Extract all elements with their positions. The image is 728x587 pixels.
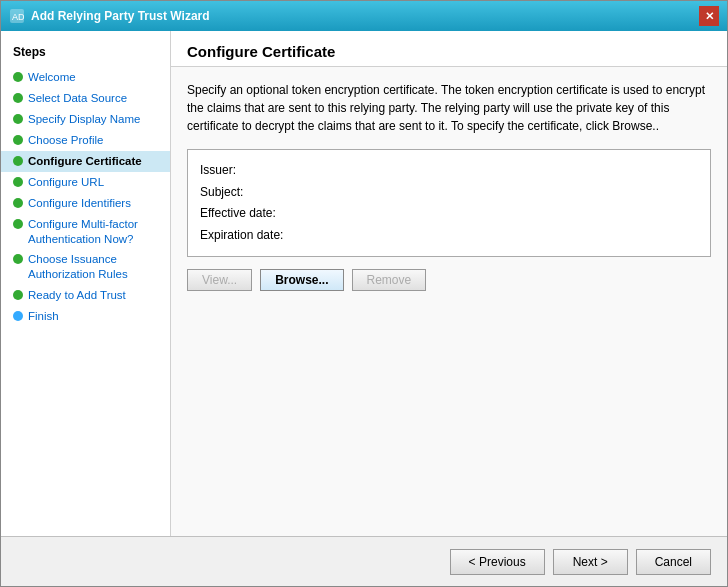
page-title: Configure Certificate [187, 43, 711, 60]
dot-icon [13, 219, 23, 229]
footer: < Previous Next > Cancel [1, 536, 727, 586]
certificate-button-row: View... Browse... Remove [187, 269, 711, 291]
issuer-label: Issuer: [200, 160, 300, 182]
next-button[interactable]: Next > [553, 549, 628, 575]
sidebar-item-label: Finish [28, 309, 59, 324]
dot-icon [13, 177, 23, 187]
sidebar-item-label: Configure URL [28, 175, 104, 190]
dot-icon [13, 72, 23, 82]
sidebar-item-label: Choose Issuance Authorization Rules [28, 252, 158, 282]
sidebar-item-label: Configure Certificate [28, 154, 142, 169]
sidebar-item-ready-to-add[interactable]: Ready to Add Trust [1, 285, 170, 306]
view-button[interactable]: View... [187, 269, 252, 291]
svg-text:AD: AD [12, 12, 25, 22]
main-panel: Configure Certificate Specify an optiona… [171, 31, 727, 536]
sidebar-item-configure-certificate[interactable]: Configure Certificate [1, 151, 170, 172]
sidebar-item-label: Welcome [28, 70, 76, 85]
dot-icon [13, 198, 23, 208]
close-button[interactable]: ✕ [699, 6, 719, 26]
app-icon: AD [9, 8, 25, 24]
sidebar-item-label: Select Data Source [28, 91, 127, 106]
sidebar-item-label: Configure Multi-factor Authentication No… [28, 217, 158, 247]
dot-icon [13, 254, 23, 264]
main-header: Configure Certificate [171, 31, 727, 67]
cert-issuer-row: Issuer: [200, 160, 698, 182]
sidebar-item-label: Choose Profile [28, 133, 103, 148]
cert-subject-row: Subject: [200, 182, 698, 204]
cert-effective-date-row: Effective date: [200, 203, 698, 225]
dot-icon [13, 311, 23, 321]
cert-expiration-date-row: Expiration date: [200, 225, 698, 247]
dot-icon [13, 156, 23, 166]
cancel-button[interactable]: Cancel [636, 549, 711, 575]
dot-icon [13, 114, 23, 124]
sidebar-item-label: Ready to Add Trust [28, 288, 126, 303]
sidebar-item-configure-multifactor[interactable]: Configure Multi-factor Authentication No… [1, 214, 170, 250]
effective-date-label: Effective date: [200, 203, 300, 225]
sidebar-item-welcome[interactable]: Welcome [1, 67, 170, 88]
certificate-box: Issuer: Subject: Effective date: Expirat… [187, 149, 711, 257]
sidebar-item-specify-display-name[interactable]: Specify Display Name [1, 109, 170, 130]
sidebar-item-configure-identifiers[interactable]: Configure Identifiers [1, 193, 170, 214]
sidebar-item-label: Specify Display Name [28, 112, 140, 127]
sidebar-item-choose-profile[interactable]: Choose Profile [1, 130, 170, 151]
dot-icon [13, 93, 23, 103]
subject-label: Subject: [200, 182, 300, 204]
sidebar-item-label: Configure Identifiers [28, 196, 131, 211]
browse-button[interactable]: Browse... [260, 269, 343, 291]
description-text: Specify an optional token encryption cer… [187, 81, 711, 135]
sidebar-item-configure-url[interactable]: Configure URL [1, 172, 170, 193]
main-body: Specify an optional token encryption cer… [171, 67, 727, 536]
title-bar-left: AD Add Relying Party Trust Wizard [9, 8, 210, 24]
title-bar: AD Add Relying Party Trust Wizard ✕ [1, 1, 727, 31]
sidebar-item-select-data-source[interactable]: Select Data Source [1, 88, 170, 109]
previous-button[interactable]: < Previous [450, 549, 545, 575]
remove-button[interactable]: Remove [352, 269, 427, 291]
sidebar-item-finish[interactable]: Finish [1, 306, 170, 327]
content-area: Steps Welcome Select Data Source Specify… [1, 31, 727, 536]
sidebar: Steps Welcome Select Data Source Specify… [1, 31, 171, 536]
window-title: Add Relying Party Trust Wizard [31, 9, 210, 23]
expiration-date-label: Expiration date: [200, 225, 300, 247]
sidebar-item-choose-issuance[interactable]: Choose Issuance Authorization Rules [1, 249, 170, 285]
steps-label: Steps [1, 41, 170, 67]
dot-icon [13, 290, 23, 300]
dot-icon [13, 135, 23, 145]
main-window: AD Add Relying Party Trust Wizard ✕ Step… [0, 0, 728, 587]
